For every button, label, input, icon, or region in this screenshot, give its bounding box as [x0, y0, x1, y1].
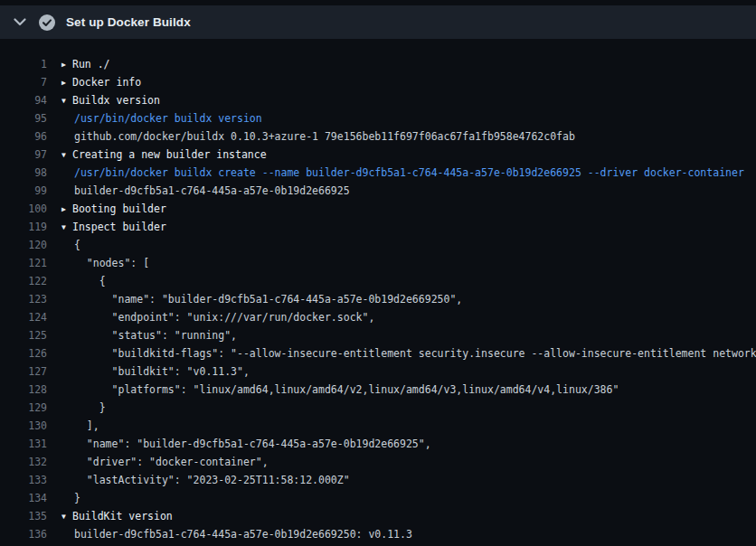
log-line: 100▶Booting builder [0, 200, 756, 218]
line-number[interactable]: 135 [0, 507, 47, 525]
step-title: Set up Docker Buildx [66, 15, 191, 29]
line-number[interactable]: 96 [0, 127, 47, 146]
output-text: "name": "builder-d9cfb5a1-c764-445a-a57e… [74, 290, 462, 308]
output-text: "buildkitd-flags": "--allow-insecure-ent… [74, 344, 756, 362]
log-line: 125 "status": "running", [0, 326, 756, 344]
group-label: Creating a new builder instance [72, 148, 267, 161]
log-group-toggle[interactable]: ▶Booting builder [61, 200, 166, 218]
log-line: 128 "platforms": "linux/amd64,linux/amd6… [0, 381, 756, 399]
line-number[interactable]: 95 [0, 109, 47, 127]
triangle-right-icon: ▶ [61, 74, 72, 92]
log-group-toggle[interactable]: ▶Run ./ [61, 55, 110, 73]
line-number[interactable]: 121 [0, 254, 47, 272]
log-line: 7▶Docker info [0, 73, 756, 91]
triangle-down-icon: ▼ [61, 219, 72, 237]
group-label: Docker info [72, 76, 141, 89]
log-group-toggle[interactable]: ▼Buildx version [61, 91, 160, 109]
line-number[interactable]: 127 [0, 362, 47, 381]
log-line: 94▼Buildx version [0, 91, 756, 109]
log-group-toggle[interactable]: ▶Docker info [61, 73, 141, 91]
output-text: { [74, 272, 106, 290]
output-text: "lastActivity": "2023-02-25T11:58:12.000… [74, 471, 350, 489]
line-number[interactable]: 133 [0, 471, 47, 489]
line-number[interactable]: 126 [0, 344, 47, 362]
triangle-right-icon: ▶ [61, 56, 72, 74]
output-text: builder-d9cfb5a1-c764-445a-a57e-0b19d2e6… [74, 525, 412, 543]
log-line: 135▼BuildKit version [0, 507, 756, 525]
line-number[interactable]: 129 [0, 399, 47, 417]
output-text: { [74, 236, 80, 254]
output-text: "platforms": "linux/amd64,linux/amd64/v2… [74, 381, 619, 399]
chevron-down-icon[interactable] [13, 15, 27, 30]
group-label: Inspect builder [72, 221, 166, 233]
line-number[interactable]: 125 [0, 326, 47, 344]
log-line: 131 "name": "builder-d9cfb5a1-c764-445a-… [0, 435, 756, 453]
line-number[interactable]: 130 [0, 417, 47, 435]
log-line: 121 "nodes": [ [0, 254, 756, 272]
output-text: "name": "builder-d9cfb5a1-c764-445a-a57e… [74, 435, 431, 453]
log-lines: 1▶Run ./7▶Docker info94▼Buildx version95… [0, 39, 756, 546]
line-number[interactable]: 97 [0, 146, 47, 164]
line-number[interactable]: 100 [0, 200, 47, 218]
line-number[interactable]: 136 [0, 525, 47, 543]
log-line: 1▶Run ./ [0, 55, 756, 73]
output-text: "endpoint": "unix:///var/run/docker.sock… [74, 308, 374, 326]
log-group-toggle[interactable]: ▼Inspect builder [61, 218, 166, 236]
output-text: ], [74, 417, 99, 435]
line-number[interactable]: 1 [0, 55, 47, 73]
log-line: 124 "endpoint": "unix:///var/run/docker.… [0, 308, 756, 326]
command-text: /usr/bin/docker buildx create --name bui… [74, 164, 744, 182]
log-line: 122 { [0, 272, 756, 290]
log-line: 99builder-d9cfb5a1-c764-445a-a57e-0b19d2… [0, 182, 756, 200]
group-label: Run ./ [72, 58, 110, 71]
log-line: 134} [0, 489, 756, 507]
log-line: 95/usr/bin/docker buildx version [0, 109, 756, 127]
log-group-toggle[interactable]: ▼Creating a new builder instance [61, 146, 267, 164]
output-text: builder-d9cfb5a1-c764-445a-a57e-0b19d2e6… [74, 182, 350, 200]
triangle-right-icon: ▶ [61, 201, 72, 219]
line-number[interactable]: 131 [0, 435, 47, 453]
line-number[interactable]: 7 [0, 73, 47, 91]
group-label: Booting builder [72, 202, 166, 215]
line-number[interactable]: 124 [0, 308, 47, 326]
command-text: /usr/bin/docker buildx version [74, 109, 262, 127]
output-text: "nodes": [ [74, 254, 149, 272]
line-number[interactable]: 94 [0, 91, 47, 109]
triangle-down-icon: ▼ [61, 92, 72, 110]
line-number[interactable]: 132 [0, 453, 47, 471]
output-text: "buildkit": "v0.11.3", [74, 362, 250, 381]
line-number[interactable]: 134 [0, 489, 47, 507]
line-number[interactable]: 123 [0, 290, 47, 308]
log-line: 127 "buildkit": "v0.11.3", [0, 362, 756, 381]
log-line: 119▼Inspect builder [0, 218, 756, 236]
log-line: 96github.com/docker/buildx 0.10.3+azure-… [0, 127, 756, 146]
step-header[interactable]: Set up Docker Buildx [0, 5, 756, 39]
output-text: } [74, 489, 80, 507]
log-group-toggle[interactable]: ▼BuildKit version [61, 507, 173, 525]
log-line: 132 "driver": "docker-container", [0, 453, 756, 471]
log-line: 98/usr/bin/docker buildx create --name b… [0, 164, 756, 182]
log-line: 130 ], [0, 417, 756, 435]
log-line: 133 "lastActivity": "2023-02-25T11:58:12… [0, 471, 756, 489]
log-line: 120{ [0, 236, 756, 254]
log-line: 129 } [0, 399, 756, 417]
line-number[interactable]: 98 [0, 164, 47, 182]
group-label: BuildKit version [72, 510, 173, 522]
log-line: 97▼Creating a new builder instance [0, 146, 756, 164]
line-number[interactable]: 119 [0, 218, 47, 236]
output-text: } [74, 399, 106, 417]
output-text: "driver": "docker-container", [74, 453, 269, 471]
group-label: Buildx version [72, 94, 160, 107]
line-number[interactable]: 120 [0, 236, 47, 254]
log-line: 136builder-d9cfb5a1-c764-445a-a57e-0b19d… [0, 525, 756, 543]
log-line: 123 "name": "builder-d9cfb5a1-c764-445a-… [0, 290, 756, 308]
triangle-down-icon: ▼ [61, 508, 72, 526]
output-text: "status": "running", [74, 326, 237, 344]
output-text: github.com/docker/buildx 0.10.3+azure-1 … [74, 127, 575, 146]
line-number[interactable]: 122 [0, 272, 47, 290]
line-number[interactable]: 99 [0, 182, 47, 200]
log-line: 126 "buildkitd-flags": "--allow-insecure… [0, 344, 756, 362]
line-number[interactable]: 128 [0, 381, 47, 399]
triangle-down-icon: ▼ [61, 146, 72, 165]
check-circle-icon [39, 14, 55, 31]
